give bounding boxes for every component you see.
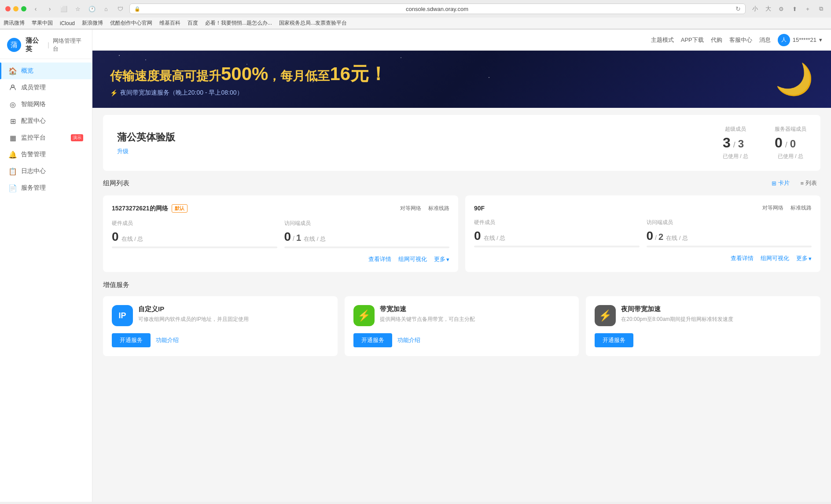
refresh-button[interactable]: ↻ (735, 5, 741, 12)
network-name-2: 90F (474, 205, 485, 212)
history-icon[interactable]: 🕐 (87, 4, 97, 14)
dai-gou-button[interactable]: 代购 (711, 36, 722, 44)
bookmark-item[interactable]: 新浪微博 (82, 19, 103, 27)
user-info[interactable]: 人 15*****21 ▾ (778, 34, 822, 46)
forward-button[interactable]: › (45, 4, 55, 14)
visitor-member-value-2: 0 / 2 在线 / 总 (647, 229, 812, 243)
sidebar-item-member[interactable]: 成员管理 (0, 79, 92, 96)
share-icon[interactable]: ⬆ (790, 4, 799, 14)
service-name-3: 夜间带宽加速 (621, 305, 812, 313)
network-card-2: 90F 对等网络 标准线路 硬件成员 0 (465, 195, 820, 272)
bookmark-item[interactable]: 优酷创作中心官网 (110, 19, 152, 27)
bookmark-item[interactable]: 苹果中国 (32, 19, 53, 27)
zoom-large-button[interactable]: 大 (763, 4, 773, 14)
banner-title: 传输速度最高可提升500%，每月低至16元！ (110, 62, 387, 86)
open-service-button-3[interactable]: 开通服务 (595, 333, 633, 347)
super-sublabel: 已使用 / 总 (723, 153, 748, 160)
service-desc-2: 提供网络关键节点备用带宽，可自主分配 (380, 315, 570, 323)
banner-moon-icon: 🌙 (775, 61, 813, 97)
tabs-icon[interactable]: ⧉ (816, 4, 826, 14)
bookmark-item[interactable]: 腾讯微博 (4, 19, 25, 27)
sidebar-header: 蒲 蒲公英 | 网络管理平台 (0, 29, 92, 59)
network-grid: 15273272621的网络 默认 对等网络 标准线路 硬件成员 (103, 195, 820, 272)
theme-mode-button[interactable]: 主题模式 (651, 36, 674, 44)
bookmark-item[interactable]: 百度 (188, 19, 198, 27)
service-icon-speed: ⚡ (353, 305, 375, 326)
service-icon-ip: IP (112, 305, 133, 326)
service-info-3: 夜间带宽加速 在20:00pm至8:00am期间提升组网标准转发速度 (621, 305, 812, 323)
sidebar-item-service[interactable]: 📄 服务管理 (0, 180, 92, 196)
zoom-small-button[interactable]: 小 (750, 4, 760, 14)
peer-network-label-2: 对等网络 (762, 204, 783, 212)
bookmark-icon[interactable]: ☆ (73, 4, 83, 14)
sidebar-item-alert[interactable]: 🔔 告警管理 (0, 146, 92, 163)
visual-link-1[interactable]: 组网可视化 (398, 255, 427, 263)
sidebar-nav: 🏠 概览 成员管理 ◎ 智能网络 ⊞ 配置中心 ▦ 监控平台 演示 (0, 59, 92, 502)
service-name-2: 带宽加速 (380, 305, 570, 313)
bookmark-item[interactable]: 国家税务总局...发票查验平台 (279, 19, 347, 27)
customer-service-button[interactable]: 客服中心 (729, 36, 752, 44)
visitor-member-group-2: 访问端成员 0 / 2 在线 / 总 (647, 219, 812, 247)
visitor-unit-1: 在线 / 总 (304, 235, 326, 243)
visitor-member-label-2: 访问端成员 (647, 219, 812, 226)
back-button[interactable]: ‹ (31, 4, 40, 14)
services-grid: IP 自定义IP 可修改组网内软件成员的IP地址，并且固定使用 开通服务 功能介… (103, 296, 820, 356)
open-service-button-1[interactable]: 开通服务 (112, 333, 151, 347)
sidebar-item-log[interactable]: 📋 日志中心 (0, 163, 92, 180)
sidebar-item-monitor[interactable]: ▦ 监控平台 演示 (0, 129, 92, 146)
hardware-bar-1 (112, 246, 277, 248)
shield-icon[interactable]: 🛡 (115, 4, 125, 14)
visual-link-2[interactable]: 组网可视化 (761, 254, 789, 262)
service-info-1: 自定义IP 可修改组网内软件成员的IP地址，并且固定使用 (138, 305, 329, 323)
sidebar-toggle-icon[interactable]: ⬜ (59, 4, 69, 14)
browser-titlebar: ‹ › ⬜ ☆ 🕐 ⌂ 🛡 🔒 console.sdwan.oray.com ↻… (0, 0, 831, 18)
bookmark-item[interactable]: iCloud (60, 20, 75, 26)
address-bar[interactable]: 🔒 console.sdwan.oray.com ↻ (129, 4, 746, 14)
services-section: 增值服务 IP 自定义IP 可修改组网内软件成员的IP地址，并且固定使用 开通服 (92, 281, 831, 365)
open-service-button-2[interactable]: 开通服务 (353, 333, 392, 347)
service-actions-3: 开通服务 (595, 333, 812, 347)
settings-icon[interactable]: ⚙ (776, 4, 786, 14)
account-name-section: 蒲公英体验版 升级 (117, 131, 723, 155)
bookmark-item[interactable]: 维基百科 (159, 19, 180, 27)
visitor-divider-1: / (293, 235, 294, 242)
app-download-button[interactable]: APP下载 (681, 36, 704, 44)
hardware-member-group-2: 硬件成员 0 在线 / 总 (474, 219, 640, 247)
network-actions-1: 查看详情 组网可视化 更多 ▾ (112, 255, 449, 263)
list-view-button[interactable]: ≡ 列表 (797, 178, 820, 188)
nav-label-monitor: 监控平台 (21, 134, 66, 142)
browser-right-tools: 小 大 ⚙ ⬆ + ⧉ (750, 4, 826, 14)
hardware-member-group-1: 硬件成员 0 在线 / 总 (112, 220, 277, 248)
service-icon: 📄 (9, 184, 17, 192)
minimize-button[interactable] (13, 6, 18, 11)
more-dropdown-2[interactable]: 更多 ▾ (796, 254, 812, 262)
nav-label-member: 成员管理 (21, 84, 83, 92)
main-area: 主题模式 APP下载 代购 客服中心 消息 人 15*****21 ▾ (92, 29, 831, 502)
promo-banner[interactable]: 传输速度最高可提升500%，每月低至16元！ ⚡ 夜间带宽加速服务（晚上20:0… (92, 51, 831, 108)
detail-link-2[interactable]: 查看详情 (731, 254, 754, 262)
more-dropdown-1[interactable]: 更多 ▾ (434, 255, 449, 263)
sidebar-item-smart[interactable]: ◎ 智能网络 (0, 96, 92, 113)
upgrade-link[interactable]: 升级 (117, 148, 129, 155)
bookmark-item[interactable]: 必看！我要悄悄...题怎么办... (205, 19, 272, 27)
card-view-button[interactable]: ⊞ 卡片 (768, 178, 793, 188)
new-tab-button[interactable]: + (803, 4, 813, 14)
service-card-bandwidth: ⚡ 带宽加速 提供网络关键节点备用带宽，可自主分配 开通服务 功能介绍 (345, 296, 579, 356)
visitor-divider-2: / (655, 234, 657, 241)
close-button[interactable] (5, 6, 11, 11)
intro-button-1[interactable]: 功能介绍 (156, 333, 179, 347)
sidebar-item-config[interactable]: ⊞ 配置中心 (0, 113, 92, 129)
visitor-online-2: 0 (647, 229, 654, 243)
detail-link-1[interactable]: 查看详情 (368, 255, 391, 263)
home-icon[interactable]: ⌂ (101, 4, 111, 14)
service-actions-1: 开通服务 功能介绍 (112, 333, 329, 347)
message-button[interactable]: 消息 (759, 36, 771, 44)
demo-badge: 演示 (71, 134, 83, 141)
service-card-custom-ip: IP 自定义IP 可修改组网内软件成员的IP地址，并且固定使用 开通服务 功能介… (103, 296, 338, 356)
intro-button-2[interactable]: 功能介绍 (397, 333, 420, 347)
sidebar-item-overview[interactable]: 🏠 概览 (0, 63, 92, 79)
service-header-3: ⚡ 夜间带宽加速 在20:00pm至8:00am期间提升组网标准转发速度 (595, 305, 812, 326)
title-divider: | (48, 41, 49, 48)
maximize-button[interactable] (21, 6, 26, 11)
services-title: 增值服务 (103, 281, 820, 289)
